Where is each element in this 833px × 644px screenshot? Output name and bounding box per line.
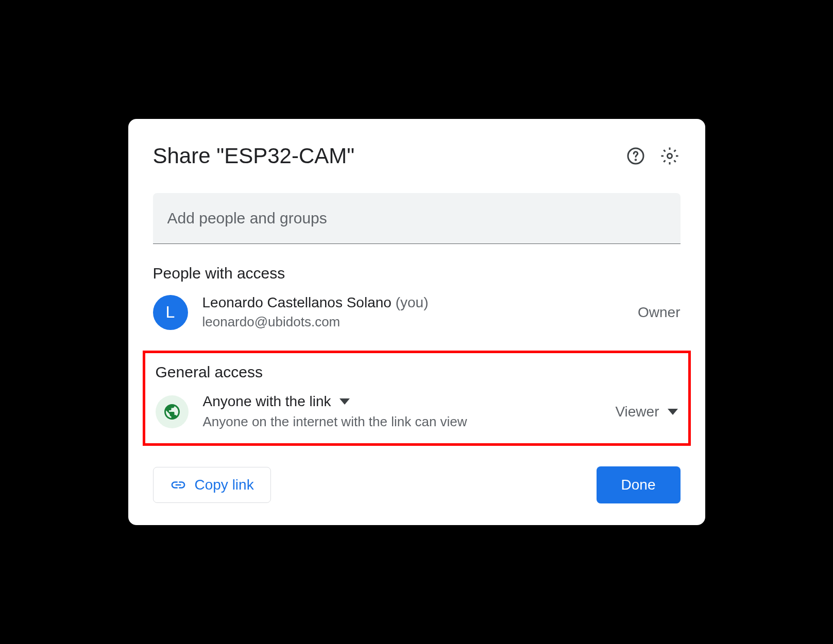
person-row: L Leonardo Castellanos Solano (you) leon… [153,294,681,330]
access-info: Anyone with the link Anyone on the inter… [203,393,467,430]
person-left: L Leonardo Castellanos Solano (you) leon… [153,294,429,330]
copy-link-button[interactable]: Copy link [153,467,271,503]
avatar: L [153,295,188,330]
role-dropdown[interactable]: Viewer [615,404,677,420]
add-people-input[interactable] [153,193,681,244]
access-type-label: Anyone with the link [203,393,331,410]
access-row: Anyone with the link Anyone on the inter… [156,393,678,430]
dialog-header: Share "ESP32-CAM" [153,144,681,168]
access-left: Anyone with the link Anyone on the inter… [156,393,467,430]
link-icon [170,477,186,493]
copy-link-label: Copy link [195,477,254,493]
person-email: leonardo@ubidots.com [202,314,429,330]
person-info: Leonardo Castellanos Solano (you) leonar… [202,294,429,330]
person-name: Leonardo Castellanos Solano [202,294,392,310]
general-section-title: General access [156,363,678,381]
highlight-box: General access Anyone with the link Anyo… [143,351,691,446]
you-label: (you) [396,294,429,310]
chevron-down-icon [668,409,678,415]
chevron-down-icon [339,398,350,405]
header-actions [625,145,681,167]
gear-icon [660,147,679,165]
globe-icon-container [156,395,189,428]
share-dialog: Share "ESP32-CAM" People with access L [128,119,705,525]
people-section-title: People with access [153,265,681,282]
access-type-dropdown[interactable]: Anyone with the link [203,393,467,410]
done-button[interactable]: Done [597,466,681,503]
help-button[interactable] [625,145,647,167]
settings-button[interactable] [659,145,681,167]
role-label: Viewer [615,404,659,420]
person-role: Owner [638,304,680,321]
help-icon [626,147,645,165]
globe-icon [163,403,181,421]
dialog-footer: Copy link Done [153,466,681,503]
access-description: Anyone on the internet with the link can… [203,414,467,430]
dialog-title: Share "ESP32-CAM" [153,144,355,168]
svg-point-1 [635,160,636,161]
svg-point-2 [667,154,672,159]
person-name-row: Leonardo Castellanos Solano (you) [202,294,429,311]
